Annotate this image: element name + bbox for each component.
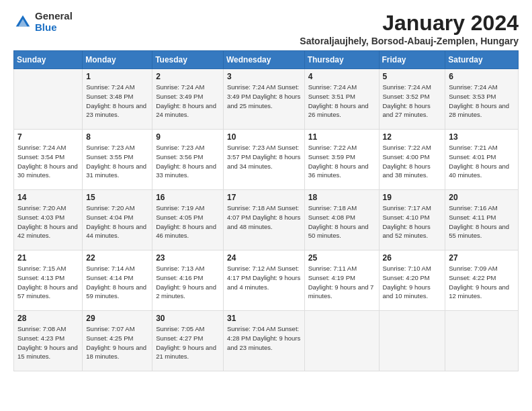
- cell-week2-day0: 7Sunrise: 7:24 AM Sunset: 3:54 PM Daylig…: [14, 130, 83, 190]
- day-number: 19: [383, 193, 442, 202]
- cell-week4-day6: 27Sunrise: 7:09 AM Sunset: 4:22 PM Dayli…: [445, 250, 519, 311]
- col-monday: Monday: [83, 51, 152, 69]
- day-number: 16: [156, 193, 220, 202]
- title-block: January 2024 Satoraljaujhely, Borsod-Aba…: [300, 11, 519, 46]
- cell-week4-day5: 26Sunrise: 7:10 AM Sunset: 4:20 PM Dayli…: [379, 250, 445, 311]
- col-wednesday: Wednesday: [223, 51, 304, 69]
- day-number: 14: [17, 193, 79, 202]
- day-number: 31: [227, 314, 301, 323]
- cell-week2-day5: 12Sunrise: 7:22 AM Sunset: 4:00 PM Dayli…: [379, 130, 445, 190]
- day-detail: Sunrise: 7:18 AM Sunset: 4:08 PM Dayligh…: [308, 203, 375, 240]
- day-number: 22: [86, 253, 148, 263]
- day-number: 13: [449, 132, 515, 142]
- header-row: Sunday Monday Tuesday Wednesday Thursday…: [14, 51, 519, 69]
- day-number: 30: [156, 314, 220, 323]
- day-number: 5: [383, 72, 442, 81]
- day-number: 9: [156, 132, 220, 142]
- day-number: 10: [227, 132, 301, 142]
- cell-week4-day4: 25Sunrise: 7:11 AM Sunset: 4:19 PM Dayli…: [304, 250, 379, 311]
- day-number: 11: [308, 132, 375, 142]
- day-number: 21: [17, 253, 79, 263]
- day-detail: Sunrise: 7:14 AM Sunset: 4:14 PM Dayligh…: [86, 264, 148, 301]
- day-number: 25: [308, 253, 375, 263]
- day-detail: Sunrise: 7:10 AM Sunset: 4:20 PM Dayligh…: [383, 264, 442, 301]
- cell-week1-day0: [14, 69, 83, 130]
- day-number: 28: [17, 314, 79, 323]
- day-detail: Sunrise: 7:12 AM Sunset: 4:17 PM Dayligh…: [227, 264, 301, 291]
- day-detail: Sunrise: 7:20 AM Sunset: 4:04 PM Dayligh…: [86, 203, 148, 240]
- cell-week3-day2: 16Sunrise: 7:19 AM Sunset: 4:05 PM Dayli…: [152, 190, 224, 250]
- cell-week1-day6: 6Sunrise: 7:24 AM Sunset: 3:53 PM Daylig…: [445, 69, 519, 130]
- cell-week5-day2: 30Sunrise: 7:05 AM Sunset: 4:27 PM Dayli…: [152, 311, 224, 371]
- cell-week5-day3: 31Sunrise: 7:04 AM Sunset: 4:28 PM Dayli…: [223, 311, 304, 371]
- day-detail: Sunrise: 7:05 AM Sunset: 4:27 PM Dayligh…: [156, 324, 220, 361]
- day-number: 26: [383, 253, 442, 263]
- cell-week1-day3: 3Sunrise: 7:24 AM Sunset: 3:49 PM Daylig…: [223, 69, 304, 130]
- cell-week3-day1: 15Sunrise: 7:20 AM Sunset: 4:04 PM Dayli…: [83, 190, 152, 250]
- main-title: January 2024: [300, 11, 519, 36]
- day-detail: Sunrise: 7:24 AM Sunset: 3:54 PM Dayligh…: [17, 143, 79, 180]
- day-number: 3: [227, 72, 301, 81]
- week-row-5: 28Sunrise: 7:08 AM Sunset: 4:23 PM Dayli…: [14, 311, 519, 371]
- cell-week5-day5: [379, 311, 445, 371]
- week-row-4: 21Sunrise: 7:15 AM Sunset: 4:13 PM Dayli…: [14, 250, 519, 311]
- page-header: General Blue January 2024 Satoraljaujhel…: [13, 11, 519, 46]
- col-friday: Friday: [379, 51, 445, 69]
- cell-week3-day0: 14Sunrise: 7:20 AM Sunset: 4:03 PM Dayli…: [14, 190, 83, 250]
- week-row-3: 14Sunrise: 7:20 AM Sunset: 4:03 PM Dayli…: [14, 190, 519, 250]
- calendar-table: Sunday Monday Tuesday Wednesday Thursday…: [13, 50, 519, 371]
- day-number: 23: [156, 253, 220, 263]
- cell-week3-day5: 19Sunrise: 7:17 AM Sunset: 4:10 PM Dayli…: [379, 190, 445, 250]
- day-number: 27: [449, 253, 515, 263]
- day-number: 7: [17, 132, 79, 142]
- calendar-body: 1Sunrise: 7:24 AM Sunset: 3:48 PM Daylig…: [14, 69, 519, 371]
- day-number: 15: [86, 193, 148, 202]
- cell-week2-day4: 11Sunrise: 7:22 AM Sunset: 3:59 PM Dayli…: [304, 130, 379, 190]
- day-number: 4: [308, 72, 375, 81]
- cell-week3-day3: 17Sunrise: 7:18 AM Sunset: 4:07 PM Dayli…: [223, 190, 304, 250]
- cell-week2-day1: 8Sunrise: 7:23 AM Sunset: 3:55 PM Daylig…: [83, 130, 152, 190]
- day-detail: Sunrise: 7:24 AM Sunset: 3:51 PM Dayligh…: [308, 83, 375, 120]
- logo-text: General Blue: [35, 11, 73, 33]
- logo-general: General: [35, 11, 73, 22]
- day-number: 20: [449, 193, 515, 202]
- day-detail: Sunrise: 7:20 AM Sunset: 4:03 PM Dayligh…: [17, 203, 79, 240]
- subtitle: Satoraljaujhely, Borsod-Abauj-Zemplen, H…: [300, 36, 519, 46]
- logo-blue: Blue: [35, 22, 73, 34]
- cell-week2-day2: 9Sunrise: 7:23 AM Sunset: 3:56 PM Daylig…: [152, 130, 224, 190]
- week-row-2: 7Sunrise: 7:24 AM Sunset: 3:54 PM Daylig…: [14, 130, 519, 190]
- cell-week2-day6: 13Sunrise: 7:21 AM Sunset: 4:01 PM Dayli…: [445, 130, 519, 190]
- cell-week5-day6: [445, 311, 519, 371]
- day-detail: Sunrise: 7:24 AM Sunset: 3:49 PM Dayligh…: [227, 83, 301, 110]
- day-detail: Sunrise: 7:23 AM Sunset: 3:55 PM Dayligh…: [86, 143, 148, 180]
- day-detail: Sunrise: 7:24 AM Sunset: 3:48 PM Dayligh…: [86, 83, 148, 120]
- cell-week1-day1: 1Sunrise: 7:24 AM Sunset: 3:48 PM Daylig…: [83, 69, 152, 130]
- day-detail: Sunrise: 7:17 AM Sunset: 4:10 PM Dayligh…: [383, 203, 442, 240]
- cell-week3-day6: 20Sunrise: 7:16 AM Sunset: 4:11 PM Dayli…: [445, 190, 519, 250]
- week-row-1: 1Sunrise: 7:24 AM Sunset: 3:48 PM Daylig…: [14, 69, 519, 130]
- cell-week1-day5: 5Sunrise: 7:24 AM Sunset: 3:52 PM Daylig…: [379, 69, 445, 130]
- col-tuesday: Tuesday: [152, 51, 224, 69]
- day-detail: Sunrise: 7:24 AM Sunset: 3:52 PM Dayligh…: [383, 83, 442, 120]
- day-detail: Sunrise: 7:16 AM Sunset: 4:11 PM Dayligh…: [449, 203, 515, 240]
- day-number: 2: [156, 72, 220, 81]
- day-detail: Sunrise: 7:23 AM Sunset: 3:57 PM Dayligh…: [227, 143, 301, 171]
- day-detail: Sunrise: 7:13 AM Sunset: 4:16 PM Dayligh…: [156, 264, 220, 301]
- day-number: 29: [86, 314, 148, 323]
- cell-week4-day2: 23Sunrise: 7:13 AM Sunset: 4:16 PM Dayli…: [152, 250, 224, 311]
- day-number: 12: [383, 132, 442, 142]
- day-number: 24: [227, 253, 301, 263]
- day-detail: Sunrise: 7:15 AM Sunset: 4:13 PM Dayligh…: [17, 264, 79, 301]
- cell-week1-day4: 4Sunrise: 7:24 AM Sunset: 3:51 PM Daylig…: [304, 69, 379, 130]
- day-number: 18: [308, 193, 375, 202]
- day-detail: Sunrise: 7:11 AM Sunset: 4:19 PM Dayligh…: [308, 264, 375, 301]
- cell-week3-day4: 18Sunrise: 7:18 AM Sunset: 4:08 PM Dayli…: [304, 190, 379, 250]
- day-detail: Sunrise: 7:09 AM Sunset: 4:22 PM Dayligh…: [449, 264, 515, 301]
- cell-week5-day4: [304, 311, 379, 371]
- day-number: 1: [86, 72, 148, 81]
- cell-week4-day1: 22Sunrise: 7:14 AM Sunset: 4:14 PM Dayli…: [83, 250, 152, 311]
- day-detail: Sunrise: 7:08 AM Sunset: 4:23 PM Dayligh…: [17, 324, 79, 361]
- day-detail: Sunrise: 7:24 AM Sunset: 3:49 PM Dayligh…: [156, 83, 220, 120]
- col-saturday: Saturday: [445, 51, 519, 69]
- day-detail: Sunrise: 7:23 AM Sunset: 3:56 PM Dayligh…: [156, 143, 220, 180]
